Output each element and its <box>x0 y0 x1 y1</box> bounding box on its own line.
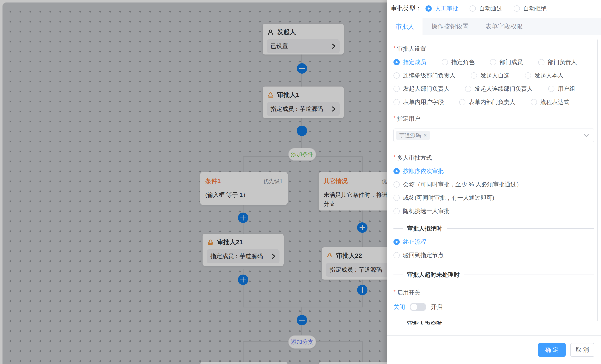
divider-line <box>393 228 403 229</box>
radio-icon <box>393 181 400 188</box>
radio-icon <box>393 72 400 79</box>
radio-orsign[interactable]: 或签(可同时审批，有一人通过即可) <box>393 194 594 202</box>
radio-icon <box>442 59 448 65</box>
confirm-button[interactable]: 确 定 <box>538 343 566 357</box>
timeout-section-title: 审批人超时未处理时 <box>407 271 460 279</box>
approve-type-label: 审批类型： <box>391 4 422 13</box>
required-asterisk: * <box>393 289 396 297</box>
radio-user-group[interactable]: 用户组 <box>548 85 575 93</box>
tab-approver[interactable]: 审批人 <box>387 18 423 35</box>
radio-icon <box>425 5 432 12</box>
multi-approve-label: * 多人审批方式 <box>393 154 594 162</box>
radio-icon <box>393 208 400 214</box>
radio-random-one[interactable]: 随机挑选一人审批 <box>393 207 594 215</box>
radio-form-user-field[interactable]: 表单内用户字段 <box>393 98 444 106</box>
reject-section-title: 审批人拒绝时 <box>407 225 442 233</box>
radio-sequential-approve[interactable]: 按顺序依次审批 <box>393 167 594 175</box>
radio-form-dept-leader[interactable]: 表单内部门负责人 <box>459 98 515 106</box>
required-asterisk: * <box>393 154 396 162</box>
radio-return-to-node[interactable]: 驳回到指定节点 <box>393 251 594 259</box>
radio-countersign[interactable]: 会签（可同时审批，至少 % 人必须审批通过） <box>393 181 594 188</box>
divider-line <box>447 228 594 229</box>
empty-section-divider: 审批人为空时 <box>393 320 594 324</box>
radio-icon <box>393 195 400 201</box>
radio-icon <box>490 59 496 65</box>
radio-starter-dept-leader[interactable]: 发起人部门负责人 <box>393 85 450 93</box>
required-asterisk: * <box>393 115 396 123</box>
reject-options: 终止流程 驳回到指定节点 <box>393 238 594 259</box>
assign-user-label: * 指定用户 <box>393 115 594 123</box>
divider-line <box>393 324 403 324</box>
radio-icon <box>465 86 471 92</box>
divider-line <box>447 324 594 324</box>
radio-icon <box>470 5 476 12</box>
drawer-body[interactable]: * 审批人设置 指定成员 指定角色 部门成员 部门负责人 <box>387 36 601 324</box>
scrollbar[interactable] <box>597 40 598 321</box>
assign-user-select[interactable]: 芋道源码 × <box>393 129 594 142</box>
radio-icon <box>548 86 554 92</box>
radio-icon <box>531 99 537 105</box>
radio-auto-pass[interactable]: 自动通过 <box>470 5 502 12</box>
radio-icon <box>525 72 531 79</box>
settings-tabs: 审批人 操作按钮设置 表单字段权限 <box>387 18 601 35</box>
enable-toggle[interactable] <box>410 303 426 311</box>
divider-line <box>464 274 594 275</box>
required-asterisk: * <box>393 45 396 53</box>
chevron-down-icon <box>583 134 589 137</box>
radio-icon <box>459 99 465 105</box>
selected-user-tag: 芋道源码 × <box>396 131 430 140</box>
radio-manual-approve[interactable]: 人工审批 <box>425 5 458 12</box>
radio-icon <box>393 59 400 65</box>
radio-icon <box>514 5 520 12</box>
cancel-button[interactable]: 取 消 <box>570 343 594 357</box>
radio-starter-choose[interactable]: 发起人自选 <box>471 71 510 80</box>
remove-tag-icon[interactable]: × <box>423 132 427 138</box>
tab-form-field-permissions[interactable]: 表单字段权限 <box>477 18 531 35</box>
radio-dept-leader[interactable]: 部门负责人 <box>538 58 577 66</box>
switch-on-label: 开启 <box>431 303 442 311</box>
multi-approve-options: 按顺序依次审批 会签（可同时审批，至少 % 人必须审批通过） 或签(可同时审批，… <box>393 167 594 215</box>
tab-action-buttons[interactable]: 操作按钮设置 <box>423 18 477 35</box>
radio-assign-member[interactable]: 指定成员 <box>393 58 426 66</box>
empty-section-title: 审批人为空时 <box>407 320 442 324</box>
radio-icon <box>471 72 477 79</box>
radio-dept-member[interactable]: 部门成员 <box>490 58 523 66</box>
switch-off-label: 关闭 <box>393 303 405 311</box>
timeout-section-divider: 审批人超时未处理时 <box>393 271 594 279</box>
radio-assign-role[interactable]: 指定角色 <box>442 58 475 66</box>
approver-settings-drawer: 审批类型： 人工审批 自动通过 自动拒绝 审批人 操作按钮设置 表单字段权限 *… <box>387 0 601 364</box>
radio-process-expression[interactable]: 流程表达式 <box>531 98 569 106</box>
approver-setup-label: * 审批人设置 <box>393 45 594 53</box>
radio-icon <box>393 168 400 174</box>
drawer-footer: 确 定 取 消 <box>387 335 601 364</box>
reject-section-divider: 审批人拒绝时 <box>393 225 594 233</box>
radio-auto-reject[interactable]: 自动拒绝 <box>514 5 547 12</box>
radio-multi-level-dept-leader[interactable]: 连续多级部门负责人 <box>393 71 455 80</box>
radio-icon <box>538 59 544 65</box>
radio-icon <box>393 99 400 105</box>
enable-switch-row: 关闭 开启 <box>393 303 594 311</box>
radio-terminate-process[interactable]: 终止流程 <box>393 238 594 246</box>
approve-type-row: 审批类型： 人工审批 自动通过 自动拒绝 <box>387 0 601 13</box>
radio-icon <box>393 252 400 258</box>
radio-icon <box>393 86 400 92</box>
enable-switch-label: * 启用开关 <box>393 289 594 297</box>
divider-line <box>393 274 403 275</box>
radio-starter-multi-dept-leader[interactable]: 发起人连续部门负责人 <box>465 85 533 93</box>
radio-starter-self[interactable]: 发起人本人 <box>525 71 564 80</box>
radio-icon <box>393 239 400 245</box>
